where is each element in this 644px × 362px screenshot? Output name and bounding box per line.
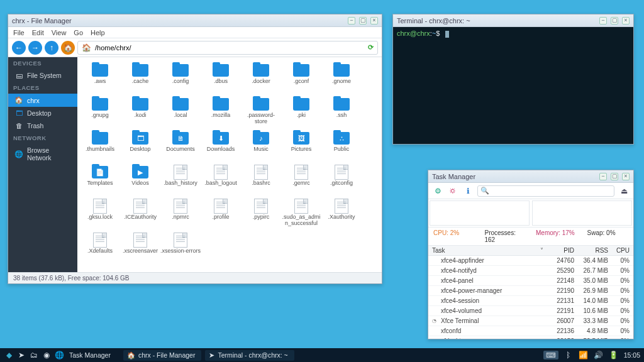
col-cpu[interactable]: CPU (611, 247, 630, 254)
file-item[interactable]: .gksu.lock (80, 198, 120, 232)
file-item[interactable]: .gitconfig (321, 164, 362, 198)
battery-icon[interactable]: 🔋 (609, 350, 619, 360)
minimize-button[interactable]: − (599, 173, 607, 180)
menu-file[interactable]: File (13, 29, 25, 36)
file-item[interactable]: Templates (80, 164, 120, 198)
chrome-launcher-icon[interactable]: ◉ (42, 350, 52, 360)
menu-help[interactable]: Help (91, 29, 105, 36)
sidebar-item-file-system[interactable]: 🖴File System (8, 69, 77, 82)
menu-go[interactable]: Go (74, 29, 83, 36)
process-row[interactable]: xfconfd 22136 4.8 MiB 0% (428, 326, 633, 336)
file-item[interactable]: .pki (281, 96, 321, 130)
file-item[interactable]: .gnupg (80, 96, 120, 130)
file-item[interactable]: .thumbnails (80, 130, 120, 164)
col-rss[interactable]: RSS (577, 247, 608, 254)
file-item[interactable]: .pypirc (241, 198, 281, 232)
close-button[interactable]: × (622, 173, 630, 180)
file-item[interactable]: Desktop (120, 130, 160, 164)
process-row[interactable]: xfdesktop 22152 50.5 MiB 0% (428, 336, 633, 339)
file-item[interactable]: .gnome (321, 62, 362, 96)
file-item[interactable]: .bash_logout (201, 164, 241, 198)
maximize-button[interactable]: ▢ (359, 17, 367, 25)
process-row[interactable]: xfce4-session 22131 14.0 MiB 0% (428, 296, 633, 306)
terminal-body[interactable]: chrx@chrx:~$ (393, 27, 633, 144)
terminal-titlebar[interactable]: Terminal - chrx@chrx: ~ − ▢ × (393, 14, 633, 27)
nav-up-button[interactable]: ↑ (45, 41, 58, 55)
minimize-button[interactable]: − (599, 17, 607, 25)
path-input[interactable] (95, 44, 364, 52)
file-item[interactable]: .password-store (241, 96, 281, 130)
info-icon[interactable]: ℹ (462, 185, 474, 197)
process-list[interactable]: xfce4-appfinder 24760 36.4 MiB 0% xfce4-… (428, 256, 633, 339)
task-manager-titlebar[interactable]: Task Manager − ▢ × (428, 170, 633, 183)
process-row[interactable]: ◔ Xfce Terminal 26007 33.3 MiB 0% (428, 316, 633, 326)
file-item[interactable]: .local (160, 96, 201, 130)
sidebar-item-chrx[interactable]: 🏠chrx (8, 94, 77, 107)
nav-forward-button[interactable]: → (28, 41, 42, 55)
file-item[interactable]: .sudo_as_admin_successful (281, 198, 321, 232)
file-item[interactable]: .mozilla (201, 96, 241, 130)
file-item[interactable]: Music (241, 130, 281, 164)
file-item[interactable]: .config (160, 62, 201, 96)
menu-edit[interactable]: Edit (32, 29, 44, 36)
bluetooth-icon[interactable]: ᛒ (564, 350, 574, 360)
close-button[interactable]: × (622, 17, 630, 25)
file-item[interactable]: .ssh (321, 96, 362, 130)
process-row[interactable]: xfce4-appfinder 24760 36.4 MiB 0% (428, 256, 633, 266)
clock[interactable]: 15:05 (624, 351, 640, 359)
nav-back-button[interactable]: ← (12, 41, 26, 55)
file-item[interactable]: .npmrc (160, 198, 201, 232)
file-item[interactable]: Public (321, 130, 362, 164)
nav-home-button[interactable]: 🏠 (61, 41, 75, 55)
settings-icon[interactable]: ⚙ (432, 185, 443, 197)
app-menu-icon[interactable]: ◆ (4, 350, 14, 360)
process-row[interactable]: xfce4-panel 22148 35.0 MiB 0% (428, 276, 633, 286)
close-button[interactable]: × (370, 17, 378, 25)
file-item[interactable]: .gemrc (281, 164, 321, 198)
refresh-icon[interactable]: ⟳ (368, 43, 374, 52)
process-table-header[interactable]: Task ˅ PID RSS CPU (428, 246, 633, 256)
file-item[interactable]: .dbus (201, 62, 241, 96)
file-item[interactable]: Pictures (281, 130, 321, 164)
file-manager-titlebar[interactable]: chrx - File Manager − ▢ × (8, 14, 382, 27)
file-item[interactable]: .kodi (120, 96, 160, 130)
file-item[interactable]: .cache (120, 62, 160, 96)
volume-icon[interactable]: 🔊 (594, 350, 604, 360)
process-row[interactable]: xfce4-volumed 22191 10.6 MiB 0% (428, 306, 633, 316)
globe-launcher-icon[interactable]: 🌐 (54, 350, 64, 360)
maximize-button[interactable]: ▢ (611, 173, 618, 180)
file-item[interactable]: .profile (201, 198, 241, 232)
search-input[interactable] (491, 187, 611, 194)
file-item[interactable]: .aws (80, 62, 120, 96)
file-item[interactable]: Downloads (201, 130, 241, 164)
end-process-button[interactable]: ⏏ (618, 185, 630, 197)
taskbar-window-button[interactable]: ➤Terminal - chrx@chrx: ~ (205, 350, 294, 361)
file-item[interactable]: Documents (160, 130, 201, 164)
process-row[interactable]: xfce4-power-manager 22190 26.9 MiB 0% (428, 286, 633, 296)
keyboard-indicator[interactable]: ⌨ (543, 351, 558, 359)
minimize-button[interactable]: − (348, 17, 355, 25)
process-row[interactable]: xfce4-notifyd 25290 26.7 MiB 0% (428, 266, 633, 276)
maximize-button[interactable]: ▢ (611, 17, 618, 25)
file-item[interactable]: .Xdefaults (80, 232, 120, 266)
icon-view[interactable]: .aws.cache.config.dbus.docker.gconf.gnom… (77, 57, 382, 272)
files-launcher-icon[interactable]: 🗂 (29, 350, 39, 360)
file-item[interactable]: .bash_history (160, 164, 201, 198)
path-bar[interactable]: 🏠 ⟳ (77, 41, 378, 55)
filter-icon[interactable]: ⛭ (447, 185, 458, 197)
file-item[interactable]: .xscreensaver (120, 232, 160, 266)
file-item[interactable]: .gconf (281, 62, 321, 96)
menu-view[interactable]: View (52, 29, 67, 36)
sidebar-item-browse-network[interactable]: 🌐Browse Network (8, 144, 77, 164)
col-pid[interactable]: PID (549, 247, 574, 254)
taskbar-window-button[interactable]: 🏠chrx - File Manager (123, 350, 201, 361)
wifi-icon[interactable]: 📶 (579, 350, 589, 360)
file-item[interactable]: .xsession-errors (160, 232, 201, 266)
sidebar-item-trash[interactable]: 🗑Trash (8, 119, 77, 132)
process-search[interactable]: 🔍 (477, 185, 614, 197)
file-item[interactable]: Videos (120, 164, 160, 198)
file-item[interactable]: .docker (241, 62, 281, 96)
sidebar-item-desktop[interactable]: 🗔Desktop (8, 107, 77, 119)
file-item[interactable]: .bashrc (241, 164, 281, 198)
terminal-launcher-icon[interactable]: ➤ (16, 350, 26, 360)
